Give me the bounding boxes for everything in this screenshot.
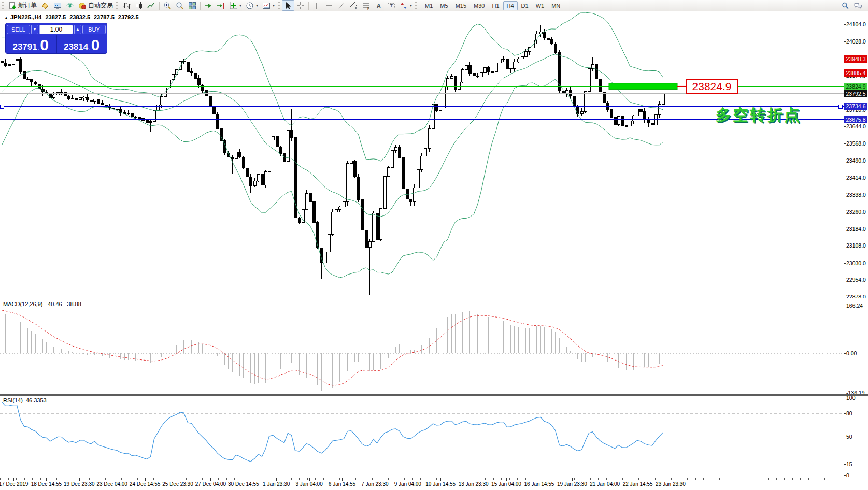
pane-separator[interactable]	[0, 477, 868, 478]
text-label-button[interactable]: T	[385, 0, 397, 11]
time-axis-label: 25 Dec 23:30	[162, 481, 193, 487]
toolbar-grip[interactable]	[415, 2, 417, 9]
highlight-rectangle	[609, 83, 677, 90]
timeframe-button-M1[interactable]: M1	[421, 1, 436, 10]
close-value: 23792.5	[118, 14, 139, 20]
volume-input[interactable]	[39, 25, 73, 34]
time-axis-label: 9 Jan 04:00	[394, 481, 421, 487]
timeframe-button-H4[interactable]: H4	[503, 1, 518, 10]
buy-price-main: 23814	[64, 42, 88, 52]
pane-separator[interactable]	[0, 394, 868, 396]
signals-button[interactable]	[64, 0, 76, 11]
chevron-down-icon: ▾	[410, 3, 412, 8]
zoom-out-button[interactable]	[174, 0, 186, 11]
price-tick-label: 23108.0	[846, 242, 866, 249]
periods-button[interactable]: ▾	[244, 0, 260, 11]
clock-icon	[246, 2, 254, 10]
time-axis-label: 23 Jan 23:30	[656, 481, 686, 487]
market-chart-button[interactable]	[51, 0, 64, 11]
toolbar-grip[interactable]	[278, 2, 280, 9]
time-axis-label: 18 Dec 14:55	[31, 481, 62, 487]
turning-point-note[interactable]: 多空转折点	[716, 105, 801, 126]
auto-trading-button[interactable]: 自动交易	[76, 0, 115, 11]
timeframe-button-M30[interactable]: M30	[470, 1, 488, 10]
vertical-line-button[interactable]	[310, 0, 323, 11]
buy-price-button[interactable]: 23814.0	[57, 35, 107, 53]
rsi-line	[2, 402, 663, 462]
text-button[interactable]: A	[373, 0, 385, 11]
cursor-button[interactable]	[282, 0, 294, 11]
toolbar-grip[interactable]	[116, 2, 118, 9]
time-axis-label: 16 Jan 14:55	[524, 481, 554, 487]
pane-separator[interactable]	[0, 298, 868, 299]
horizontal-line-icon	[325, 2, 333, 10]
toolbar-separator	[308, 2, 309, 10]
comments-button[interactable]	[851, 0, 865, 11]
zoom-in-button[interactable]	[161, 0, 174, 11]
arrows-button[interactable]: ▾	[397, 0, 414, 11]
crosshair-icon	[296, 2, 305, 10]
collapse-triangle-icon[interactable]: ▲	[4, 16, 8, 20]
channel-button[interactable]: E	[348, 0, 360, 11]
price-callout-box[interactable]: 23824.9	[686, 79, 738, 94]
indicators-icon	[229, 2, 237, 10]
rsi-axis-label: 80	[846, 410, 852, 416]
toolbar: 新订单 自动交易	[0, 0, 868, 11]
sell-price-button[interactable]: 23791.0	[6, 35, 57, 53]
time-axis-label: 21 Jan 04:00	[590, 481, 620, 487]
fibonacci-button[interactable]: F	[360, 0, 373, 11]
new-order-label: 新订单	[18, 1, 37, 10]
search-button[interactable]	[839, 0, 851, 11]
rsi-pane[interactable]	[0, 396, 844, 477]
timeframe-button-M5[interactable]: M5	[436, 1, 451, 10]
trendline-icon	[337, 2, 346, 10]
chart-shift-button[interactable]	[215, 0, 227, 11]
price-axis-border	[844, 11, 844, 477]
auto-scroll-button[interactable]	[202, 0, 215, 11]
price-tick-label: 23260.0	[846, 209, 866, 215]
gold-diamond-icon	[41, 2, 49, 10]
rsi-name: RSI(14)	[3, 397, 23, 403]
templates-button[interactable]: ▾	[260, 0, 277, 11]
auto-scroll-icon	[204, 2, 212, 10]
search-icon	[841, 2, 849, 10]
price-level-label: 23824.9	[844, 83, 867, 90]
indicators-button[interactable]: ▾	[227, 0, 244, 11]
bar-chart-button[interactable]	[120, 0, 133, 11]
line-chart-button[interactable]	[145, 0, 158, 11]
timeframe-button-D1[interactable]: D1	[518, 1, 532, 10]
macd-value: -40.46	[46, 301, 62, 307]
candlestick-chart-button[interactable]	[133, 0, 145, 11]
ohlc-bars-icon	[122, 2, 131, 10]
tile-windows-button[interactable]	[186, 0, 198, 11]
new-order-button[interactable]: 新订单	[6, 0, 39, 11]
time-axis-label: 23 Dec 04:00	[96, 481, 127, 487]
high-value: 23832.5	[69, 14, 90, 20]
volume-up-button[interactable]: ▲	[74, 25, 81, 34]
macd-signal-value: -38.88	[65, 301, 81, 307]
fibonacci-icon: F	[362, 2, 371, 10]
main-price-chart[interactable]	[0, 11, 844, 298]
gold-diamond-button[interactable]	[39, 0, 51, 11]
time-axis-label: 17 Dec 2019	[0, 481, 28, 487]
buy-button[interactable]: BUY	[82, 25, 106, 34]
volume-down-button[interactable]: ▼	[31, 25, 38, 34]
macd-pane[interactable]	[0, 299, 844, 394]
time-axis-ticks	[0, 478, 844, 480]
toolbar-grip[interactable]	[2, 2, 4, 9]
timeframe-button-MN[interactable]: MN	[548, 1, 564, 10]
timeframe-button-M15[interactable]: M15	[452, 1, 470, 10]
timeframe-button-W1[interactable]: W1	[532, 1, 548, 10]
line-chart-icon	[147, 2, 155, 10]
mt4-terminal-window: 新订单 自动交易	[0, 0, 868, 490]
chevron-down-icon: ▾	[256, 3, 258, 8]
sell-price-pips: 0	[40, 38, 49, 52]
price-level-label: 23948.3	[844, 55, 867, 63]
horizontal-line-button[interactable]	[323, 0, 335, 11]
timeframe-button-H1[interactable]: H1	[488, 1, 503, 10]
crosshair-button[interactable]	[294, 0, 307, 11]
sell-button[interactable]: SELL	[7, 25, 30, 34]
price-tick-label: 23644.0	[846, 123, 866, 129]
trendline-button[interactable]	[335, 0, 348, 11]
macd-axis-label: 166.24	[846, 302, 863, 309]
